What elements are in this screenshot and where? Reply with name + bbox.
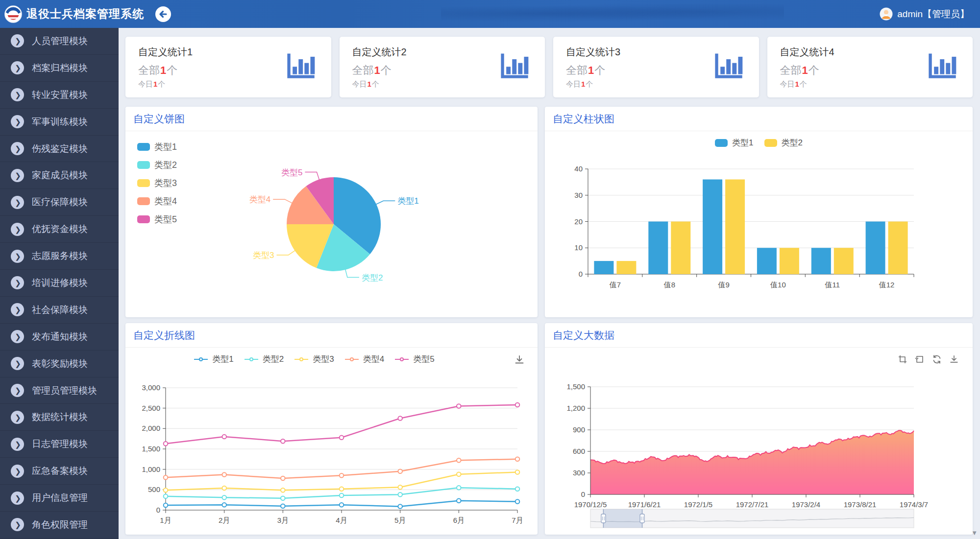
sidebar-item-4[interactable]: ❯军事训练模块: [0, 109, 119, 136]
line-chart-svg[interactable]: 05001,0001,5002,0002,5003,0001月2月3月4月5月6…: [125, 348, 538, 535]
svg-text:6月: 6月: [453, 516, 465, 524]
sidebar-item-15[interactable]: ❯数据统计模块: [0, 404, 119, 431]
line-chart-area[interactable]: 类型1类型2类型3类型4类型5 05001,0001,5002,0002,500…: [125, 348, 538, 535]
stat-card-2[interactable]: 自定义统计2全部1个今日1个: [340, 37, 545, 97]
sidebar-item-label: 医疗保障模块: [32, 196, 88, 209]
svg-text:1973/2/4: 1973/2/4: [792, 500, 820, 509]
sidebar-item-5[interactable]: ❯伤残鉴定模块: [0, 136, 119, 163]
line-card: 自定义折线图 类型1类型2类型3类型4类型5 05001,0001,5002,0…: [125, 323, 538, 535]
stat-total-value: 1: [588, 64, 594, 76]
datazoom-handle[interactable]: [640, 514, 644, 523]
app-header: 退役士兵档案管理系统 admin【管理员】: [0, 0, 980, 28]
svg-text:1972/7/21: 1972/7/21: [736, 500, 769, 509]
sidebar-item-label: 数据统计模块: [32, 411, 88, 423]
chevron-right-icon: ❯: [11, 276, 24, 289]
stat-today-value: 1: [581, 80, 586, 88]
sidebar-item-6[interactable]: ❯家庭成员模块: [0, 162, 119, 189]
sidebar-item-19[interactable]: ❯角色权限管理: [0, 512, 119, 539]
svg-text:1972/1/5: 1972/1/5: [684, 500, 712, 509]
svg-text:类型2: 类型2: [362, 273, 383, 282]
chevron-right-icon: ❯: [11, 518, 24, 531]
bar-chart-svg[interactable]: 010203040值7值8值9值10值11值12: [545, 131, 973, 317]
svg-text:2,000: 2,000: [142, 424, 160, 432]
download-button[interactable]: [514, 354, 525, 367]
svg-text:值10: 值10: [770, 281, 786, 289]
svg-text:类型3: 类型3: [253, 251, 274, 260]
svg-text:值9: 值9: [717, 281, 729, 289]
sidebar-item-17[interactable]: ❯应急备案模块: [0, 458, 119, 485]
zoom-restore-icon[interactable]: [915, 354, 925, 364]
bar-chart-area[interactable]: 类型1类型2 010203040值7值8值9值10值11值12: [545, 131, 973, 317]
chevron-right-icon: ❯: [11, 34, 24, 47]
svg-text:0: 0: [579, 270, 583, 278]
svg-text:3,000: 3,000: [142, 383, 160, 392]
svg-text:0: 0: [581, 490, 585, 498]
dashboard-page: 退役士兵档案管理系统 admin【管理员】 ❯人员管理模块❯档案归档模块❯转业安…: [0, 0, 980, 539]
sidebar-item-label: 档案归档模块: [32, 62, 88, 74]
sidebar-item-10[interactable]: ❯培训进修模块: [0, 270, 119, 297]
sidebar-item-7[interactable]: ❯医疗保障模块: [0, 189, 119, 216]
back-button[interactable]: [155, 6, 172, 23]
chevron-right-icon: ❯: [11, 169, 24, 182]
chevron-right-icon: ❯: [11, 250, 24, 263]
svg-text:2,500: 2,500: [142, 404, 160, 412]
user-label: admin【管理员】: [897, 8, 969, 21]
svg-text:值12: 值12: [879, 281, 895, 289]
refresh-icon[interactable]: [932, 354, 942, 364]
svg-text:10: 10: [574, 243, 583, 252]
stat-card-3[interactable]: 自定义统计3全部1个今日1个: [553, 37, 759, 97]
chevron-right-icon: ❯: [11, 411, 24, 424]
big-data-card-title: 自定义大数据: [545, 323, 973, 348]
svg-text:0: 0: [156, 506, 160, 514]
stat-card-4[interactable]: 自定义统计4全部1个今日1个: [767, 37, 973, 97]
sidebar-item-label: 转业安置模块: [32, 89, 88, 101]
datazoom-slider[interactable]: [590, 509, 914, 528]
big-data-chart-svg[interactable]: 03006009001,2001,5001970/12/51971/6/2119…: [545, 348, 973, 535]
sidebar-item-label: 用户信息管理: [32, 492, 88, 504]
sidebar-item-2[interactable]: ❯档案归档模块: [0, 55, 119, 82]
sidebar: ❯人员管理模块❯档案归档模块❯转业安置模块❯军事训练模块❯伤残鉴定模块❯家庭成员…: [0, 28, 119, 539]
sidebar-item-label: 人员管理模块: [32, 35, 88, 47]
sidebar-item-9[interactable]: ❯志愿服务模块: [0, 243, 119, 270]
back-arrow-icon: [155, 6, 172, 23]
stat-card-1[interactable]: 自定义统计1全部1个今日1个: [125, 37, 331, 97]
chevron-right-icon: ❯: [11, 223, 24, 236]
sidebar-item-label: 优抚资金模块: [32, 223, 88, 235]
download-icon[interactable]: [949, 354, 959, 364]
zoom-select-icon[interactable]: [898, 354, 907, 364]
sidebar-item-13[interactable]: ❯表彰奖励模块: [0, 351, 119, 377]
datazoom-handle[interactable]: [601, 514, 606, 523]
sidebar-item-label: 角色权限管理: [32, 518, 88, 531]
sidebar-item-11[interactable]: ❯社会保障模块: [0, 297, 119, 324]
pie-chart-area[interactable]: 类型1类型2类型3类型4类型5 类型1类型2类型3类型4类型5: [125, 131, 538, 317]
big-data-chart-area[interactable]: 03006009001,2001,5001970/12/51971/6/2119…: [545, 348, 973, 535]
sidebar-item-14[interactable]: ❯管理员管理模块: [0, 377, 119, 404]
app-title: 退役士兵档案管理系统: [26, 6, 144, 22]
sidebar-item-8[interactable]: ❯优抚资金模块: [0, 216, 119, 243]
sidebar-item-1[interactable]: ❯人员管理模块: [0, 28, 119, 55]
chevron-right-icon: ❯: [11, 303, 24, 316]
svg-text:600: 600: [573, 447, 585, 455]
sidebar-item-label: 军事训练模块: [32, 116, 88, 128]
chevron-right-icon: ❯: [11, 357, 24, 370]
sidebar-item-12[interactable]: ❯发布通知模块: [0, 324, 119, 351]
scroll-down-icon[interactable]: ▼: [971, 530, 978, 536]
chevron-right-icon: ❯: [11, 88, 24, 101]
sidebar-item-label: 社会保障模块: [32, 304, 88, 316]
svg-text:1,200: 1,200: [566, 404, 585, 412]
pie-chart-svg[interactable]: 类型1类型2类型3类型4类型5: [125, 131, 538, 317]
svg-text:30: 30: [574, 191, 583, 199]
svg-text:1月: 1月: [160, 516, 171, 524]
header-user[interactable]: admin【管理员】: [880, 0, 969, 28]
line-card-title: 自定义折线图: [125, 323, 538, 348]
stat-today-value: 1: [795, 80, 800, 88]
sidebar-item-18[interactable]: ❯用户信息管理: [0, 485, 119, 512]
sidebar-item-label: 发布通知模块: [32, 330, 88, 343]
sidebar-item-16[interactable]: ❯日志管理模块: [0, 431, 119, 458]
stat-total-value: 1: [160, 64, 167, 76]
svg-text:1973/8/21: 1973/8/21: [844, 500, 877, 509]
stat-total-value: 1: [802, 64, 808, 76]
svg-text:1974/3/7: 1974/3/7: [900, 500, 928, 509]
avatar-icon: [880, 7, 893, 21]
sidebar-item-3[interactable]: ❯转业安置模块: [0, 82, 119, 109]
